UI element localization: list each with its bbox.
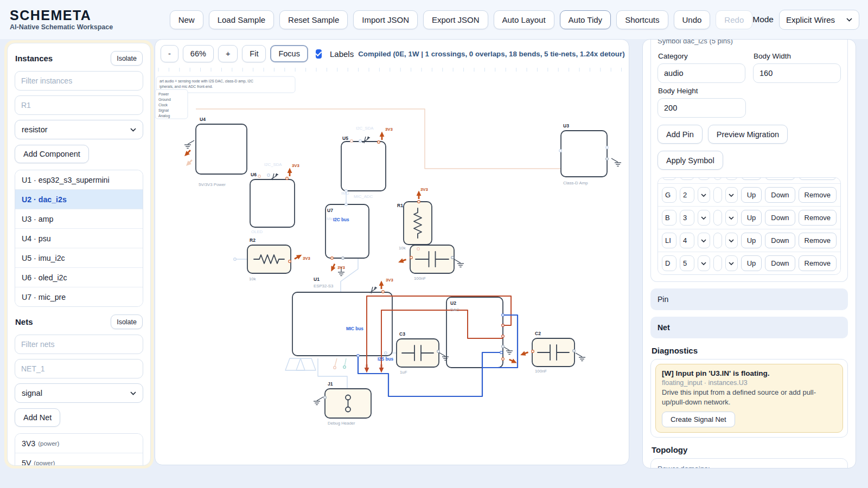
header-button[interactable]: Import JSON — [353, 10, 418, 29]
wire-faint[interactable] — [341, 258, 358, 292]
pin-number-input[interactable] — [680, 233, 694, 248]
net-name-input[interactable] — [15, 359, 143, 378]
pin-dot[interactable] — [267, 174, 270, 177]
power-flag-icon[interactable] — [184, 158, 194, 168]
pin-dot[interactable] — [451, 256, 454, 259]
instance-list-item[interactable]: U2 · dac_i2s — [15, 189, 143, 209]
nets-isolate-button[interactable]: Isolate — [111, 314, 143, 329]
pin-remove-button[interactable]: Remove — [799, 177, 837, 180]
pin-kind-select[interactable] — [725, 233, 738, 248]
pin-name-input[interactable] — [662, 255, 676, 271]
pin-dot[interactable] — [502, 324, 505, 327]
add-net-button[interactable]: Add Net — [15, 408, 60, 427]
pin-dot[interactable] — [385, 352, 387, 355]
pin-name-input[interactable] — [662, 233, 676, 248]
pin-dot[interactable] — [502, 314, 505, 317]
focus-button[interactable]: Focus — [270, 45, 308, 62]
net-list-item[interactable]: 3V3 (power) — [15, 434, 143, 453]
pin-dot[interactable] — [606, 158, 609, 160]
pin-up-button[interactable]: Up — [741, 177, 762, 180]
ground-icon[interactable] — [314, 397, 323, 404]
pin-remove-button[interactable]: Remove — [799, 187, 837, 203]
header-button[interactable]: New — [170, 10, 203, 29]
zoom-level-button[interactable]: 66% — [183, 45, 214, 62]
pin-number-input[interactable] — [680, 255, 694, 271]
header-button[interactable]: Reset Sample — [279, 10, 348, 29]
pin-dot[interactable] — [286, 177, 289, 180]
ground-icon[interactable] — [503, 346, 513, 354]
net-type-select[interactable]: signal — [15, 383, 143, 403]
header-button[interactable]: Shortcuts — [616, 10, 668, 29]
pin-extra-input[interactable] — [713, 233, 722, 248]
apply-symbol-button[interactable]: Apply Symbol — [658, 151, 723, 170]
power-flag-icon[interactable] — [380, 132, 385, 140]
pin-dot[interactable] — [343, 366, 346, 369]
pin-dot[interactable] — [410, 256, 413, 259]
header-button[interactable]: Load Sample — [209, 10, 274, 29]
pin-number-input[interactable] — [680, 177, 694, 180]
pin-remove-button[interactable]: Remove — [799, 210, 837, 226]
pin-side-select[interactable] — [698, 210, 710, 226]
add-component-button[interactable]: Add Component — [15, 145, 89, 163]
pin-dot[interactable] — [378, 141, 380, 144]
pin-dot[interactable] — [500, 351, 503, 354]
fit-button[interactable]: Fit — [242, 45, 266, 62]
power-flag-icon[interactable] — [379, 364, 384, 373]
power-flag-icon[interactable] — [329, 263, 337, 273]
wire-faint[interactable] — [296, 358, 316, 370]
pin-dot[interactable] — [417, 248, 420, 251]
pin-dot[interactable] — [573, 350, 576, 352]
net-list-item[interactable]: 5V (power) — [15, 453, 143, 466]
power-flag-icon[interactable] — [293, 253, 303, 261]
pin-dot[interactable] — [234, 258, 237, 261]
pin-dot[interactable] — [258, 175, 261, 178]
pin-name-input[interactable] — [662, 210, 676, 226]
power-flag-icon[interactable] — [365, 364, 369, 373]
instance-list-item[interactable]: U5 · imu_i2c — [15, 248, 143, 267]
zoom-out-button[interactable]: - — [161, 45, 178, 62]
power-flag-icon[interactable] — [288, 168, 292, 177]
pin-extra-input[interactable] — [713, 177, 722, 180]
pin-up-button[interactable]: Up — [741, 233, 762, 248]
pin-side-select[interactable] — [698, 187, 710, 203]
header-button[interactable]: Auto Tidy — [560, 10, 611, 29]
category-input[interactable] — [658, 63, 745, 83]
pin-down-button[interactable]: Down — [765, 233, 795, 248]
instance-list-item[interactable]: U3 · amp — [15, 209, 143, 228]
pin-name-input[interactable] — [662, 187, 676, 203]
ground-icon[interactable] — [184, 140, 194, 148]
pin-section-header[interactable]: Pin — [650, 288, 848, 310]
header-button[interactable]: Export JSON — [423, 10, 488, 29]
pin-kind-select[interactable] — [725, 187, 738, 203]
pin-number-input[interactable] — [680, 187, 694, 203]
body-height-input[interactable] — [658, 98, 746, 118]
pin-dot[interactable] — [382, 291, 385, 293]
pin-up-button[interactable]: Up — [741, 255, 762, 271]
instance-list-item[interactable]: U6 · oled_i2c — [15, 267, 143, 287]
wire-pink[interactable] — [335, 358, 337, 367]
pin-up-button[interactable]: Up — [741, 210, 762, 226]
pin-dot[interactable] — [334, 367, 336, 369]
ground-icon[interactable] — [454, 259, 464, 267]
pin-name-input[interactable] — [662, 177, 676, 180]
pin-dot[interactable] — [289, 260, 291, 263]
pin-dot[interactable] — [606, 146, 609, 149]
component-box[interactable] — [250, 179, 295, 227]
add-pin-button[interactable]: Add Pin — [658, 125, 703, 144]
component-box[interactable] — [341, 142, 386, 191]
pin-dot[interactable] — [331, 257, 334, 260]
pin-side-select[interactable] — [698, 233, 710, 248]
component-box[interactable] — [561, 131, 607, 177]
pin-dot[interactable] — [437, 350, 440, 353]
pin-dot[interactable] — [502, 335, 505, 338]
wire-faint[interactable] — [285, 358, 305, 370]
preview-migration-button[interactable]: Preview Migration — [708, 125, 788, 144]
pin-down-button[interactable]: Down — [765, 177, 795, 180]
pin-kind-select[interactable] — [725, 177, 738, 180]
instance-list-item[interactable]: U1 · esp32_s3_supermini — [15, 170, 143, 189]
pin-extra-input[interactable] — [713, 255, 722, 271]
pin-dot[interactable] — [342, 257, 344, 260]
component-box[interactable] — [196, 124, 247, 174]
schematic-canvas[interactable]: art audio + sensing node with I2S DAC, c… — [155, 65, 629, 464]
pin-dot[interactable] — [502, 345, 505, 348]
